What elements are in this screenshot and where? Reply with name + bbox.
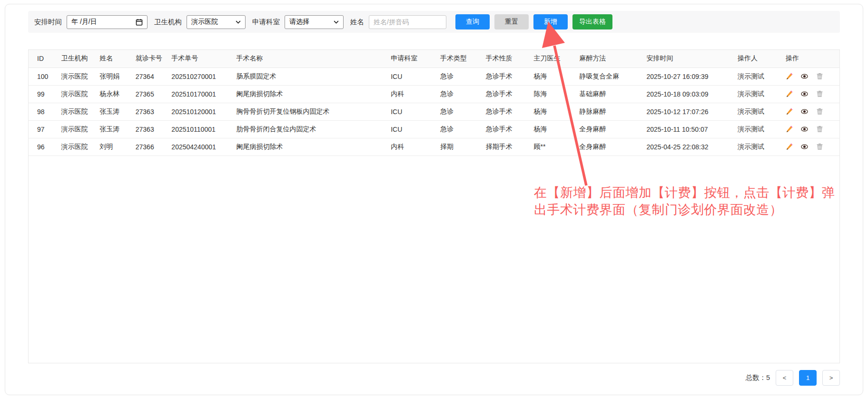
column-header: 安排时间	[643, 50, 734, 68]
column-header: 手术单号	[168, 50, 232, 68]
edit-pencil-icon[interactable]	[786, 90, 793, 97]
table-cell: ICU	[387, 68, 436, 86]
table-cell: 张玉涛	[96, 103, 132, 121]
table-cell: 202510170001	[168, 86, 232, 103]
calendar-icon[interactable]	[136, 19, 143, 26]
patient-name-input[interactable]	[369, 15, 446, 29]
edit-pencil-icon[interactable]	[786, 108, 793, 115]
table-cell: 98	[29, 103, 57, 121]
table-cell: 全身麻醉	[575, 121, 642, 138]
delete-trash-icon[interactable]	[816, 108, 823, 115]
column-header: 卫生机构	[57, 50, 96, 68]
table-cell: 演示测试	[734, 86, 782, 103]
chevron-down-icon	[236, 20, 241, 24]
total-count: 总数：5	[745, 373, 770, 382]
table-cell: 阑尾病损切除术	[232, 86, 387, 103]
org-select-value: 演示医院	[191, 18, 218, 26]
table-cell: 202510270001	[168, 68, 232, 86]
table-cell: 96	[29, 138, 57, 156]
view-eye-icon[interactable]	[801, 126, 808, 133]
next-page-button[interactable]: >	[822, 370, 840, 386]
table-cell: 择期手术	[482, 138, 530, 156]
surgery-table-container: ID卫生机构姓名就诊卡号手术单号手术名称申请科室手术类型手术性质主刀医生麻醉方法…	[28, 49, 840, 363]
table-cell: 27365	[132, 86, 168, 103]
table-cell: 演示测试	[734, 103, 782, 121]
dept-select-value: 请选择	[289, 18, 309, 26]
main-panel: 安排时间 年 /月/日 卫生机构 演示医院 申请科室 请选择 姓名 查询 重置 …	[5, 4, 863, 395]
surgery-table: ID卫生机构姓名就诊卡号手术单号手术名称申请科室手术类型手术性质主刀医生麻醉方法…	[29, 50, 839, 156]
column-header: 主刀医生	[530, 50, 576, 68]
table-header-row: ID卫生机构姓名就诊卡号手术单号手术名称申请科室手术类型手术性质主刀医生麻醉方法…	[29, 50, 839, 68]
reset-button[interactable]: 重置	[494, 14, 529, 29]
search-button[interactable]: 查询	[455, 14, 490, 29]
date-value: 年 /月/日	[71, 18, 97, 26]
page-1-button[interactable]: 1	[799, 370, 817, 386]
table-cell: 2025-10-12 17:07:26	[643, 103, 734, 121]
table-cell: 202510110001	[168, 121, 232, 138]
table-cell: 2025-04-25 22:08:32	[643, 138, 734, 156]
table-cell: 内科	[387, 138, 436, 156]
table-cell: 演示医院	[57, 86, 96, 103]
total-value: 5	[766, 374, 770, 381]
table-cell: 顾**	[530, 138, 576, 156]
chevron-down-icon	[334, 20, 339, 24]
org-select[interactable]: 演示医院	[187, 15, 246, 29]
column-header: 手术类型	[436, 50, 482, 68]
table-cell: 100	[29, 68, 57, 86]
table-cell: 胸骨骨折切开复位钢板内固定术	[232, 103, 387, 121]
view-eye-icon[interactable]	[801, 90, 808, 97]
table-cell: 急诊	[436, 103, 482, 121]
column-header: 麻醉方法	[575, 50, 642, 68]
table-cell: 急诊	[436, 68, 482, 86]
name-filter-label: 姓名	[350, 18, 364, 27]
view-eye-icon[interactable]	[801, 108, 808, 115]
table-row: 96演示医院刘明27366202504240001阑尾病损切除术内科择期择期手术…	[29, 138, 839, 156]
column-header: 姓名	[96, 50, 132, 68]
total-label: 总数：	[745, 374, 766, 381]
edit-pencil-icon[interactable]	[786, 126, 793, 133]
table-cell: 99	[29, 86, 57, 103]
table-cell: 全身麻醉	[575, 138, 642, 156]
table-cell: 杨海	[530, 103, 576, 121]
prev-page-button[interactable]: <	[776, 370, 793, 386]
table-cell: 急诊	[436, 86, 482, 103]
export-table-button[interactable]: 导出表格	[572, 14, 612, 29]
schedule-date-input[interactable]: 年 /月/日	[67, 15, 148, 29]
column-header: 操作	[782, 50, 839, 68]
table-cell: 演示测试	[734, 138, 782, 156]
table-cell: 演示医院	[57, 138, 96, 156]
dept-select[interactable]: 请选择	[285, 15, 344, 29]
table-cell: 演示医院	[57, 103, 96, 121]
table-cell: 27366	[132, 138, 168, 156]
table-cell: 演示测试	[734, 68, 782, 86]
delete-trash-icon[interactable]	[816, 73, 823, 80]
table-cell: 静吸复合全麻	[575, 68, 642, 86]
view-eye-icon[interactable]	[801, 73, 808, 80]
table-body: 100演示医院张明娟27364202510270001肠系膜固定术ICU急诊急诊…	[29, 68, 839, 156]
table-row: 98演示医院张玉涛27363202510120001胸骨骨折切开复位钢板内固定术…	[29, 103, 839, 121]
column-header: ID	[29, 50, 57, 68]
date-filter-label: 安排时间	[34, 18, 62, 27]
edit-pencil-icon[interactable]	[786, 143, 793, 150]
add-button[interactable]: 新增	[533, 14, 568, 29]
delete-trash-icon[interactable]	[816, 90, 823, 97]
table-cell: 2025-10-27 16:09:39	[643, 68, 734, 86]
view-eye-icon[interactable]	[801, 143, 808, 150]
table-cell: 杨永林	[96, 86, 132, 103]
edit-pencil-icon[interactable]	[786, 73, 793, 80]
pagination: 总数：5 < 1 >	[28, 370, 840, 386]
table-cell: 急诊手术	[482, 86, 530, 103]
column-header: 就诊卡号	[132, 50, 168, 68]
table-cell: 肋骨骨折闭合复位内固定术	[232, 121, 387, 138]
row-actions	[782, 68, 839, 86]
dept-filter-label: 申请科室	[252, 18, 280, 27]
column-header: 手术性质	[482, 50, 530, 68]
table-cell: 张玉涛	[96, 121, 132, 138]
column-header: 申请科室	[387, 50, 436, 68]
delete-trash-icon[interactable]	[816, 143, 823, 150]
row-actions	[782, 86, 839, 103]
table-cell: 择期	[436, 138, 482, 156]
table-cell: 刘明	[96, 138, 132, 156]
table-cell: ICU	[387, 121, 436, 138]
delete-trash-icon[interactable]	[816, 126, 823, 133]
